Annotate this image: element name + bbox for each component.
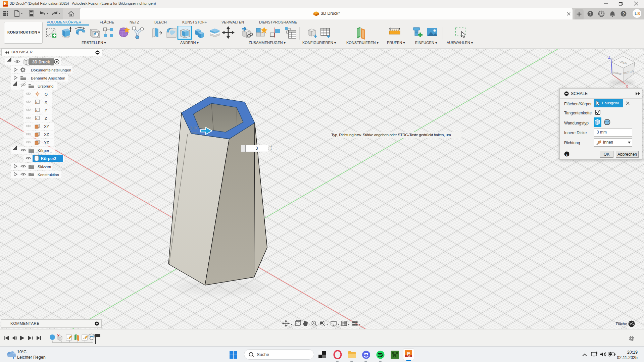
svg-text:Körper2: Körper2 bbox=[41, 156, 56, 161]
svg-text:Ursprung: Ursprung bbox=[38, 84, 53, 88]
svg-text:Z: Z bbox=[45, 116, 47, 120]
svg-text:Skizzen: Skizzen bbox=[38, 165, 51, 169]
svg-text:Konstruktion: Konstruktion bbox=[38, 173, 59, 176]
svg-text:Z: Z bbox=[608, 55, 610, 60]
svg-text:3.00: 3.00 bbox=[190, 125, 198, 131]
svg-text:?: ? bbox=[622, 11, 625, 16]
svg-text:XY: XY bbox=[44, 124, 49, 128]
svg-text:O: O bbox=[45, 92, 48, 96]
svg-text:XZ: XZ bbox=[44, 133, 49, 137]
svg-text:FUS: FUS bbox=[407, 355, 410, 357]
svg-text:YZ: YZ bbox=[44, 141, 49, 145]
svg-text:S: S bbox=[637, 11, 640, 16]
svg-text:X: X bbox=[45, 100, 47, 104]
svg-text:Y: Y bbox=[45, 108, 47, 112]
svg-text:3D Druck: 3D Druck bbox=[32, 60, 50, 64]
svg-text:Dokumenteinstellungen: Dokumenteinstellungen bbox=[31, 68, 71, 72]
svg-text:Benannte Ansichten: Benannte Ansichten bbox=[31, 76, 65, 80]
svg-text:L: L bbox=[635, 11, 637, 16]
svg-text:Körper: Körper bbox=[38, 149, 49, 153]
